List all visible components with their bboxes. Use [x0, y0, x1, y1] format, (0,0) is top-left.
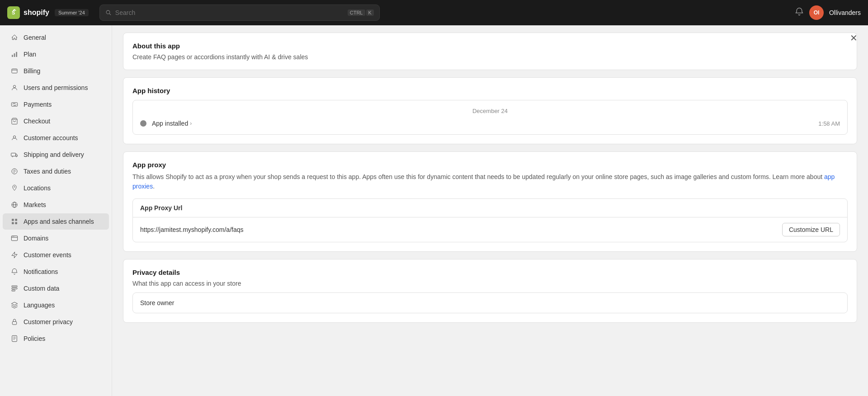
sidebar-item-label: Billing — [24, 67, 40, 75]
search-bar[interactable]: CTRL K — [99, 5, 380, 21]
sidebar-item-label: Users and permissions — [24, 84, 88, 91]
privacy-details-subtitle: What this app can access in your store — [132, 280, 848, 287]
sidebar-item-shipping-delivery[interactable]: Shipping and delivery — [3, 146, 109, 163]
sidebar-item-label: Languages — [24, 302, 55, 309]
main-content: About this app Create FAQ pages or accor… — [112, 25, 868, 396]
sidebar-item-customer-accounts[interactable]: Customer accounts — [3, 130, 109, 146]
svg-rect-25 — [12, 290, 15, 291]
policies-icon — [10, 334, 19, 343]
avatar[interactable]: OI — [809, 5, 824, 20]
history-time: 1:58 AM — [818, 120, 840, 127]
search-icon — [105, 9, 112, 16]
svg-point-10 — [12, 156, 13, 157]
sidebar: GeneralPlanBillingUsers and permissionsP… — [0, 25, 112, 396]
events-icon — [10, 250, 19, 259]
content-wrapper: About this app Create FAQ pages or accor… — [112, 25, 868, 396]
top-navigation: S S shopify Summer '24 CTRL K OI Ollivan… — [0, 0, 868, 25]
sidebar-item-label: Plan — [24, 51, 36, 58]
sidebar-item-billing[interactable]: Billing — [3, 63, 109, 79]
shopify-logo: S S shopify — [7, 6, 49, 19]
close-button[interactable]: ✕ — [846, 31, 861, 45]
svg-point-21 — [12, 236, 13, 237]
notifications-button[interactable] — [795, 7, 804, 19]
app-proxy-title: App proxy — [132, 161, 848, 169]
bell-icon — [795, 7, 804, 16]
svg-point-11 — [16, 156, 17, 157]
search-input[interactable] — [115, 9, 344, 16]
sidebar-item-checkout[interactable]: Checkout — [3, 113, 109, 129]
domains-icon — [10, 234, 19, 243]
sidebar-item-customer-privacy[interactable]: Customer privacy — [3, 314, 109, 330]
svg-rect-26 — [12, 321, 16, 325]
privacy-details-title: Privacy details — [132, 269, 848, 276]
sidebar-item-markets[interactable]: Markets — [3, 197, 109, 213]
sidebar-item-label: Customer events — [24, 251, 71, 259]
billing-icon — [10, 66, 19, 75]
sidebar-item-customer-events[interactable]: Customer events — [3, 247, 109, 263]
history-chevron-icon: › — [190, 120, 192, 127]
cart-icon — [10, 117, 19, 126]
sidebar-item-label: Notifications — [24, 268, 58, 275]
svg-point-22 — [14, 236, 14, 237]
sidebar-item-plan[interactable]: Plan — [3, 46, 109, 62]
about-app-card: About this app Create FAQ pages or accor… — [123, 33, 857, 70]
sidebar-item-locations[interactable]: Locations — [3, 180, 109, 196]
svg-rect-19 — [15, 222, 17, 224]
store-owner-card: Store owner — [132, 292, 848, 313]
svg-rect-16 — [12, 219, 14, 221]
sidebar-item-users-permissions[interactable]: Users and permissions — [3, 80, 109, 96]
shopify-wordmark: shopify — [24, 9, 49, 17]
sidebar-item-notifications[interactable]: Notifications — [3, 264, 109, 280]
proxy-url-header: App Proxy Url — [133, 199, 847, 217]
svg-text:S: S — [12, 10, 15, 15]
sidebar-item-label: Shipping and delivery — [24, 151, 84, 158]
shopify-logo-icon: S — [7, 6, 20, 19]
language-icon — [10, 301, 19, 310]
sidebar-item-custom-data[interactable]: Custom data — [3, 280, 109, 297]
app-history-title: App history — [132, 87, 848, 94]
k-key: K — [366, 9, 374, 16]
sidebar-item-taxes-duties[interactable]: Taxes and duties — [3, 163, 109, 179]
sidebar-item-languages[interactable]: Languages — [3, 297, 109, 313]
svg-rect-23 — [12, 286, 17, 287]
history-row: App installed › 1:58 AM — [140, 120, 840, 127]
sidebar-item-label: Apps and sales channels — [24, 218, 94, 225]
customize-url-button[interactable]: Customize URL — [782, 223, 840, 236]
svg-point-8 — [13, 136, 15, 138]
sidebar-item-domains[interactable]: Domains — [3, 230, 109, 246]
svg-rect-9 — [11, 153, 16, 156]
summer-badge: Summer '24 — [55, 9, 89, 16]
sidebar-item-label: Policies — [24, 335, 45, 342]
app-proxy-description: This allows Shopify to act as a proxy wh… — [132, 172, 848, 191]
sidebar-item-payments[interactable]: Payments — [3, 96, 109, 113]
about-app-description: Create FAQ pages or accordions instantly… — [132, 53, 848, 61]
nav-right: OI Ollivanders — [795, 5, 861, 20]
main-layout: GeneralPlanBillingUsers and permissionsP… — [0, 25, 868, 396]
svg-rect-5 — [12, 69, 17, 73]
svg-rect-4 — [16, 52, 17, 57]
chart-icon — [10, 50, 19, 59]
sidebar-item-label: Customer privacy — [24, 318, 73, 325]
svg-rect-18 — [12, 222, 14, 224]
privacy-icon — [10, 317, 19, 326]
shipping-icon — [10, 150, 19, 159]
svg-rect-20 — [11, 236, 17, 241]
about-app-title: About this app — [132, 42, 848, 50]
markets-icon — [10, 200, 19, 209]
sidebar-item-label: Payments — [24, 101, 52, 108]
svg-point-1 — [106, 10, 110, 14]
sidebar-item-apps-sales-channels[interactable]: Apps and sales channels — [3, 213, 109, 230]
notification-icon — [10, 267, 19, 276]
app-history-card: App history December 24 App installed › … — [123, 77, 857, 144]
sidebar-item-general[interactable]: General — [3, 29, 109, 46]
ctrl-key: CTRL — [348, 9, 365, 16]
svg-point-6 — [13, 85, 15, 88]
history-inner-card: December 24 App installed › 1:58 AM — [132, 100, 848, 135]
sidebar-item-label: Domains — [24, 235, 48, 242]
sidebar-item-policies[interactable]: Policies — [3, 330, 109, 347]
search-shortcut: CTRL K — [348, 9, 374, 16]
svg-point-13 — [14, 186, 15, 188]
data-icon — [10, 284, 19, 293]
sidebar-item-label: Customer accounts — [24, 134, 78, 141]
history-event-label[interactable]: App installed › — [152, 120, 813, 127]
